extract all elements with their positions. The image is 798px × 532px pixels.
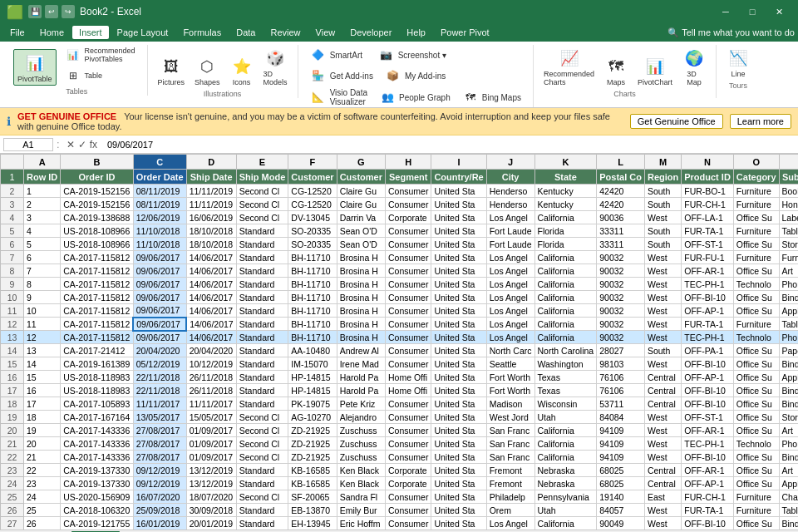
cell[interactable]: Los Angel: [486, 264, 534, 278]
cell[interactable]: OFF-BI-10: [682, 384, 734, 397]
col-header-m[interactable]: M: [644, 155, 681, 170]
cell[interactable]: Consumer: [385, 251, 431, 264]
cell[interactable]: 18/10/2018: [186, 224, 236, 238]
row-header-25[interactable]: 25: [1, 490, 24, 504]
cell[interactable]: BH-11710: [288, 264, 337, 278]
get-genuine-office-button[interactable]: Get Genuine Office: [630, 114, 723, 129]
cell[interactable]: 11/10/2018: [133, 224, 186, 238]
cell[interactable]: BH-11710: [288, 278, 337, 291]
cell[interactable]: FUR-TA-1: [682, 318, 734, 331]
bing-maps-button[interactable]: 🗺 Bing Maps: [457, 86, 526, 108]
cell[interactable]: Standard: [236, 291, 288, 304]
cell[interactable]: FUR-TA-1: [682, 224, 734, 238]
cell[interactable]: 94109: [597, 437, 645, 451]
menu-data[interactable]: Data: [229, 26, 262, 39]
search-tell-me[interactable]: 🔍 Tell me what you want to do: [667, 27, 795, 38]
cell[interactable]: San Franc: [486, 437, 534, 451]
col-header-a[interactable]: A: [24, 155, 61, 170]
people-graph-button[interactable]: 👥 People Graph: [374, 86, 456, 108]
cell[interactable]: Pennsylvania: [534, 490, 597, 504]
cell[interactable]: 14/06/2017: [186, 264, 236, 278]
cell[interactable]: Binders: [779, 357, 798, 371]
cell[interactable]: Seattle: [486, 357, 534, 371]
cell[interactable]: California: [534, 424, 597, 437]
cell[interactable]: Office Su: [733, 291, 779, 304]
cell[interactable]: United Sta: [431, 331, 486, 344]
row-header-5[interactable]: 5: [1, 224, 24, 238]
cell[interactable]: South: [644, 185, 681, 198]
cell[interactable]: Standard: [236, 318, 288, 331]
cell[interactable]: 09/06/2017: [133, 304, 186, 318]
cell[interactable]: Central: [644, 384, 681, 397]
cell[interactable]: United Sta: [431, 344, 486, 357]
cell[interactable]: CG-12520: [288, 198, 337, 211]
cell[interactable]: CA-2019-137330: [61, 477, 133, 490]
cell[interactable]: CA-2017-115812: [61, 264, 133, 278]
redo-icon[interactable]: ↪: [62, 5, 75, 18]
cell[interactable]: Los Angel: [486, 517, 534, 530]
insert-function-icon[interactable]: fx: [90, 139, 97, 150]
cell[interactable]: San Franc: [486, 424, 534, 437]
cell[interactable]: OFF-LA-1: [682, 211, 734, 224]
cell[interactable]: 16/07/2020: [133, 490, 186, 504]
cell[interactable]: Consumer: [385, 264, 431, 278]
cell[interactable]: Consumer: [385, 278, 431, 291]
cell[interactable]: 22/11/2018: [133, 371, 186, 384]
cell[interactable]: Standard: [236, 304, 288, 318]
cell[interactable]: Technolo: [733, 437, 779, 451]
cell[interactable]: Florida: [534, 224, 597, 238]
menu-review[interactable]: Review: [264, 26, 307, 39]
cell[interactable]: CA-2017-143336: [61, 437, 133, 451]
cell[interactable]: 27/08/2017: [133, 451, 186, 464]
cell[interactable]: Home Offi: [385, 384, 431, 397]
row-header-17[interactable]: 17: [1, 384, 24, 397]
header-category[interactable]: Category: [733, 170, 779, 185]
cell[interactable]: Orem: [486, 504, 534, 517]
cell[interactable]: United Sta: [431, 304, 486, 318]
cell[interactable]: ZD-21925: [288, 451, 337, 464]
col-header-d[interactable]: D: [186, 155, 236, 170]
cell[interactable]: Fort Worth: [486, 384, 534, 397]
cell[interactable]: 8: [24, 278, 61, 291]
cell[interactable]: Standard: [236, 397, 288, 411]
cell[interactable]: 09/06/2017: [133, 291, 186, 304]
cell[interactable]: West: [644, 251, 681, 264]
row-header-8[interactable]: 8: [1, 264, 24, 278]
header-sub-category[interactable]: Sub-Cate: [779, 170, 798, 185]
menu-formulas[interactable]: Formulas: [176, 26, 228, 39]
cell[interactable]: United Sta: [431, 238, 486, 251]
cell[interactable]: ZD-21925: [288, 424, 337, 437]
cell[interactable]: Technolo: [733, 278, 779, 291]
cell[interactable]: Furniture: [733, 198, 779, 211]
cell[interactable]: 30/09/2018: [186, 504, 236, 517]
menu-power-pivot[interactable]: Power Pivot: [434, 26, 496, 39]
cell[interactable]: Standard: [236, 371, 288, 384]
cell[interactable]: 42420: [597, 185, 645, 198]
cell[interactable]: CA-2019-137330: [61, 464, 133, 477]
cell[interactable]: West: [644, 357, 681, 371]
cell[interactable]: Fremont: [486, 477, 534, 490]
cell[interactable]: Madison: [486, 397, 534, 411]
cancel-formula-icon[interactable]: ✕: [66, 139, 75, 150]
cell[interactable]: Texas: [534, 371, 597, 384]
cell[interactable]: Furniture: [733, 504, 779, 517]
cell[interactable]: Brosina H: [337, 331, 385, 344]
row-header-2[interactable]: 2: [1, 185, 24, 198]
cell[interactable]: SF-20065: [288, 490, 337, 504]
cell[interactable]: 90032: [597, 278, 645, 291]
row-header-18[interactable]: 18: [1, 397, 24, 411]
cell[interactable]: Kentucky: [534, 185, 597, 198]
cell[interactable]: 22/11/2018: [133, 384, 186, 397]
cell[interactable]: 53711: [597, 397, 645, 411]
cell[interactable]: United Sta: [431, 278, 486, 291]
cell[interactable]: Appliance: [779, 304, 798, 318]
cell[interactable]: FUR-CH-1: [682, 490, 734, 504]
cell[interactable]: United Sta: [431, 464, 486, 477]
cell[interactable]: CA-2017-115812: [61, 251, 133, 264]
cell[interactable]: United Sta: [431, 224, 486, 238]
cell[interactable]: Philadelp: [486, 490, 534, 504]
cell[interactable]: 22: [24, 464, 61, 477]
cell[interactable]: West: [644, 424, 681, 437]
cell[interactable]: 14/06/2017: [186, 251, 236, 264]
cell[interactable]: Standard: [236, 238, 288, 251]
